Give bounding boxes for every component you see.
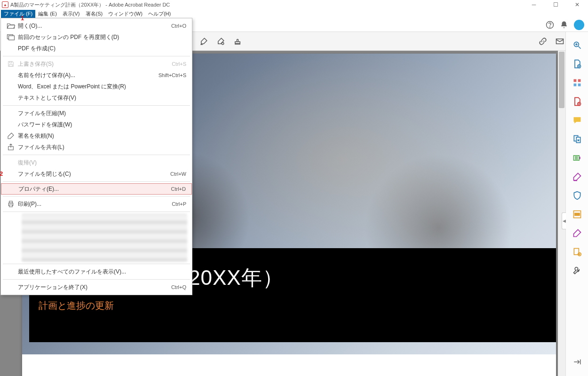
rail-more-icon[interactable] bbox=[566, 243, 588, 261]
menu-exit-shortcut: Ctrl+Q bbox=[171, 284, 186, 290]
window-controls: ─ ☐ ✕ bbox=[523, 0, 588, 9]
rail-comment-icon[interactable] bbox=[566, 111, 588, 130]
menu-compress-label: ファイルを圧縮(M) bbox=[18, 110, 186, 118]
title-bar: ▲ A製品のマーケティング計画（20XX年） - Adobe Acrobat R… bbox=[0, 0, 588, 9]
menu-open-label: 開く(O)... bbox=[18, 22, 171, 30]
window-title: A製品のマーケティング計画（20XX年） - Adobe Acrobat Rea… bbox=[10, 1, 586, 8]
rail-export-pdf-icon[interactable] bbox=[566, 55, 588, 73]
menu-save-shortcut: Ctrl+S bbox=[172, 61, 186, 67]
menu-convert-label: Word、Excel または PowerPoint に変換(R) bbox=[18, 83, 186, 91]
svg-rect-15 bbox=[235, 41, 240, 43]
rail-collapse-handle[interactable]: ◀ bbox=[562, 212, 566, 229]
svg-rect-45 bbox=[9, 36, 15, 40]
maximize-button[interactable]: ☐ bbox=[545, 0, 566, 9]
menu-file[interactable]: ファイル (F) bbox=[1, 10, 35, 18]
rail-redact-icon[interactable] bbox=[566, 205, 588, 224]
menu-window[interactable]: ウィンドウ(W) bbox=[105, 10, 145, 18]
menu-view[interactable]: 表示(V) bbox=[60, 10, 83, 18]
right-tool-rail: ◀ bbox=[565, 32, 588, 376]
menu-password[interactable]: パスワードを保護(W) bbox=[1, 119, 192, 130]
menu-close-label: ファイルを閉じる(C) bbox=[18, 170, 170, 178]
menu-exit-label: アプリケーションを終了(X) bbox=[18, 283, 171, 291]
menu-edit[interactable]: 編集 (E) bbox=[35, 10, 60, 18]
rail-expand-icon[interactable] bbox=[566, 352, 588, 371]
rail-organize-icon[interactable] bbox=[566, 130, 588, 149]
share-link-icon[interactable] bbox=[535, 34, 550, 49]
menu-open[interactable]: 開く(O)... Ctrl+O bbox=[1, 20, 192, 31]
svg-rect-47 bbox=[9, 62, 12, 63]
minimize-button[interactable]: ─ bbox=[523, 0, 545, 9]
menu-sign[interactable]: 署名(S) bbox=[83, 10, 106, 18]
menu-share[interactable]: ファイルを共有(L) bbox=[1, 141, 192, 153]
rail-search-icon[interactable] bbox=[566, 36, 588, 55]
svg-line-20 bbox=[578, 47, 580, 49]
menu-share-label: ファイルを共有(L) bbox=[18, 143, 186, 151]
document-subtitle: 計画と進捗の更新 bbox=[39, 299, 547, 312]
menu-bar: ファイル (F) 編集 (E) 表示(V) 署名(S) ウィンドウ(W) ヘルプ… bbox=[0, 9, 588, 18]
menu-password-label: パスワードを保護(W) bbox=[18, 121, 186, 129]
menu-save: 上書き保存(S) Ctrl+S bbox=[1, 58, 192, 70]
menu-request-sign[interactable]: 署名を依頼(N) bbox=[1, 130, 192, 141]
menu-save-as[interactable]: 名前を付けて保存(A)... Shift+Ctrl+S bbox=[1, 70, 192, 81]
menu-recent-label: 最近使用したすべてのファイルを表示(V)... bbox=[18, 268, 186, 276]
svg-rect-25 bbox=[578, 79, 580, 82]
svg-rect-51 bbox=[9, 205, 13, 207]
rail-tools-icon[interactable] bbox=[566, 261, 588, 280]
rail-compress-icon[interactable] bbox=[566, 149, 588, 167]
menu-open-shortcut: Ctrl+O bbox=[171, 23, 186, 29]
menu-reqsig-label: 署名を依頼(N) bbox=[18, 132, 186, 140]
rail-measure-icon[interactable] bbox=[566, 224, 588, 243]
menu-properties-label: プロパティ(E)... bbox=[18, 185, 171, 193]
folder-open-icon bbox=[4, 23, 18, 29]
svg-rect-50 bbox=[9, 201, 13, 203]
reopen-icon bbox=[4, 34, 18, 40]
menu-show-recent[interactable]: 最近使用したすべてのファイルを表示(V)... bbox=[1, 266, 192, 277]
menu-save-label: 上書き保存(S) bbox=[18, 60, 172, 68]
highlight-icon[interactable] bbox=[196, 34, 211, 49]
svg-point-14 bbox=[222, 42, 224, 45]
notification-bell-icon[interactable] bbox=[560, 21, 568, 29]
menu-exit[interactable]: アプリケーションを終了(X) Ctrl+Q bbox=[1, 282, 192, 293]
menu-help[interactable]: ヘルプ(H) bbox=[145, 10, 174, 18]
menu-properties-shortcut: Ctrl+D bbox=[171, 186, 186, 192]
menu-close-shortcut: Ctrl+W bbox=[170, 171, 186, 177]
menu-properties[interactable]: プロパティ(E)... Ctrl+D bbox=[1, 183, 192, 195]
request-sign-icon bbox=[4, 132, 18, 140]
close-button[interactable]: ✕ bbox=[566, 0, 588, 9]
sign-icon[interactable] bbox=[213, 34, 228, 49]
rail-protect-icon[interactable] bbox=[566, 186, 588, 205]
stamp-icon[interactable] bbox=[230, 34, 245, 49]
menu-reopen[interactable]: 前回のセッションの PDF を再度開く(D) bbox=[1, 31, 192, 43]
menu-saveas-label: 名前を付けて保存(A)... bbox=[18, 71, 159, 79]
svg-rect-37 bbox=[575, 213, 580, 216]
svg-rect-46 bbox=[9, 64, 13, 66]
print-icon bbox=[4, 200, 18, 208]
save-icon bbox=[4, 60, 18, 68]
menu-print-shortcut: Ctrl+P bbox=[172, 201, 186, 207]
rail-sign-icon[interactable] bbox=[566, 167, 588, 186]
menu-save-text[interactable]: テキストとして保存(V) bbox=[1, 92, 192, 103]
menu-create-label: PDF を作成(C) bbox=[18, 45, 186, 53]
svg-point-1 bbox=[550, 27, 550, 27]
help-icon[interactable] bbox=[546, 21, 554, 29]
file-menu-dropdown: 開く(O)... Ctrl+O 前回のセッションの PDF を再度開く(D) P… bbox=[0, 18, 192, 295]
menu-convert[interactable]: Word、Excel または PowerPoint に変換(R) bbox=[1, 81, 192, 92]
menu-close-file[interactable]: ファイルを閉じる(C) Ctrl+W bbox=[1, 168, 192, 180]
menu-reopen-label: 前回のセッションの PDF を再度開く(D) bbox=[18, 33, 186, 41]
user-avatar[interactable] bbox=[574, 20, 584, 30]
rail-edit-pdf-icon[interactable] bbox=[566, 92, 588, 111]
menu-print[interactable]: 印刷(P)... Ctrl+P bbox=[1, 198, 192, 210]
annotation-2: 2 bbox=[0, 170, 3, 177]
svg-rect-26 bbox=[573, 84, 576, 86]
svg-rect-27 bbox=[578, 84, 580, 86]
svg-rect-24 bbox=[573, 79, 576, 82]
menu-compress[interactable]: ファイルを圧縮(M) bbox=[1, 108, 192, 119]
annotation-1: 1 bbox=[21, 15, 24, 22]
scrollbar-thumb[interactable] bbox=[559, 52, 564, 108]
rail-thumbnails-icon[interactable] bbox=[566, 73, 588, 92]
menu-revert-label: 復帰(V) bbox=[18, 159, 186, 167]
menu-create-pdf[interactable]: PDF を作成(C) bbox=[1, 43, 192, 54]
pdf-file-icon: ▲ bbox=[2, 1, 8, 8]
menu-savetext-label: テキストとして保存(V) bbox=[18, 94, 186, 102]
menu-revert: 復帰(V) bbox=[1, 157, 192, 168]
